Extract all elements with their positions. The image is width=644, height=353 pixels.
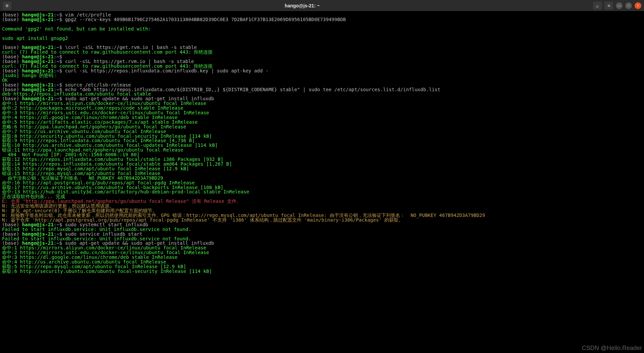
menu-icon: ≡ <box>607 3 610 8</box>
new-tab-button[interactable]: ⊕ <box>3 2 11 10</box>
terminal-line: curl: (7) Failed to connect to raw.githu… <box>2 50 642 55</box>
new-tab-icon: ⊕ <box>5 3 9 8</box>
watermark: CSDN @Hello.Reader <box>582 345 642 352</box>
output-text: Command 'gpg2' not found, but can be ins… <box>2 26 151 32</box>
command-text: gpg2 --recv-keys 409B6B1796C275462A17031… <box>65 17 346 22</box>
terminal-line: [sudo] hango 的密码： <box>2 73 642 78</box>
hamburger-menu-button[interactable]: ≡ <box>604 2 613 10</box>
terminal-line: 命中:13 https://hub-dist.unity3d.com/artif… <box>2 190 642 194</box>
minimize-icon: — <box>618 4 621 7</box>
search-button[interactable]: ⌕ <box>593 2 602 10</box>
terminal-line: (base) hango@js-21:~$ curl -sL https://r… <box>2 69 642 73</box>
close-icon: × <box>637 4 639 7</box>
maximize-button[interactable]: □ <box>625 2 632 9</box>
terminal-line: sudo apt install gnupg2 <box>2 36 642 41</box>
search-icon: ⌕ <box>596 3 599 8</box>
window-title: hango@js-21: ~ <box>11 3 593 8</box>
maximize-icon: □ <box>628 4 630 7</box>
terminal-body[interactable]: (base) hango@js-21:~$ vim /etc/profile(b… <box>0 11 644 353</box>
titlebar-right: ⌕ ≡ — □ × <box>593 2 641 10</box>
output-text: 获取:6 http://security.ubuntu.com/ubuntu f… <box>2 269 212 274</box>
window-titlebar: ⊕ hango@js-21: ~ ⌕ ≡ — □ × <box>0 0 644 11</box>
terminal-line <box>2 32 642 36</box>
terminal-line: 获取:6 http://security.ubuntu.com/ubuntu f… <box>2 269 642 274</box>
close-button[interactable]: × <box>635 2 641 9</box>
titlebar-left: ⊕ <box>3 2 11 10</box>
output-text: sudo apt install gnupg2 <box>2 36 68 41</box>
command-text: curl -sL https://repos.influxdata.com/in… <box>65 68 268 73</box>
output-text: [sudo] hango 的密码： <box>2 73 58 78</box>
terminal-line: (base) hango@js-21:~$ gpg2 --recv-keys 4… <box>2 17 642 22</box>
terminal-line: Command 'gpg2' not found, but can be ins… <box>2 27 642 32</box>
minimize-button[interactable]: — <box>616 2 623 9</box>
